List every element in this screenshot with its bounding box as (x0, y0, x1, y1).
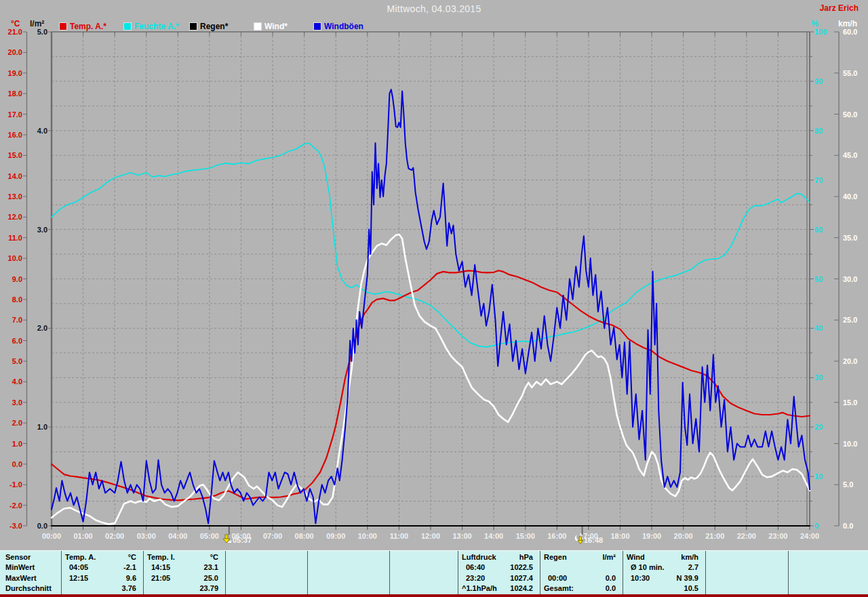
table-row-label: MinWert (5, 563, 35, 571)
svg-text:100: 100 (814, 28, 827, 36)
svg-text:23:00: 23:00 (768, 532, 787, 540)
svg-text:14.0: 14.0 (8, 172, 22, 180)
svg-text:90: 90 (814, 77, 823, 85)
max-value: 0.0 (606, 574, 616, 582)
plot-frame (27, 32, 840, 530)
avg-label: Gesamt: (544, 584, 574, 592)
svg-text:13:00: 13:00 (453, 532, 472, 540)
col-name: Luftdruck (462, 553, 496, 561)
col-name: Regen (544, 553, 567, 561)
svg-text:40.0: 40.0 (843, 192, 857, 201)
min-time: Ø 10 min. (631, 563, 665, 571)
svg-text:80: 80 (814, 127, 823, 135)
svg-text:12.0: 12.0 (8, 213, 22, 221)
svg-text:35.0: 35.0 (843, 234, 857, 242)
svg-text:-2.0: -2.0 (9, 501, 22, 510)
svg-text:60.0: 60.0 (843, 28, 857, 36)
svg-text:09:00: 09:00 (326, 532, 345, 540)
svg-text:11:00: 11:00 (390, 532, 409, 540)
temp-axis-labels: 21.020.019.018.017.016.015.014.013.012.0… (8, 28, 26, 530)
svg-text:50.0: 50.0 (843, 110, 857, 119)
svg-text:21.0: 21.0 (8, 28, 22, 36)
svg-text:18.0: 18.0 (8, 89, 22, 98)
svg-text:5.0: 5.0 (843, 480, 853, 489)
svg-text:50: 50 (814, 275, 823, 283)
svg-text:20.0: 20.0 (843, 357, 857, 365)
max-time: 00:00 (548, 574, 567, 582)
svg-text:7.0: 7.0 (12, 316, 22, 324)
svg-text:10.0: 10.0 (843, 440, 857, 448)
min-value: -2.1 (123, 563, 136, 571)
svg-text:14:00: 14:00 (484, 532, 503, 540)
svg-text:40: 40 (814, 324, 823, 332)
svg-text:10: 10 (814, 472, 823, 480)
wind-axis-labels: 60.055.050.045.040.035.030.025.020.015.0… (834, 28, 857, 530)
svg-text:03:00: 03:00 (137, 532, 156, 540)
avg-value: 3.76 (122, 584, 136, 592)
svg-text:3.0: 3.0 (12, 398, 22, 407)
svg-text:22:00: 22:00 (737, 532, 756, 540)
svg-text:00:00: 00:00 (42, 532, 61, 540)
humidity-axis-labels: 1009080706050403020100 (810, 28, 827, 530)
avg-value: 10.5 (684, 584, 698, 592)
svg-text:20:00: 20:00 (674, 532, 693, 540)
table-col-wind: Wind km/h Ø 10 min. 2.7 10:30 N 39.9 10.… (623, 551, 705, 595)
svg-text:21:00: 21:00 (705, 532, 724, 540)
bottom-accent-bar (0, 594, 868, 597)
table-separator (389, 551, 390, 595)
svg-text:24:00: 24:00 (800, 532, 819, 540)
col-unit: km/h (681, 553, 698, 561)
table-separator (788, 551, 789, 595)
avg-value: 23.79 (199, 584, 218, 592)
svg-text:25.0: 25.0 (843, 316, 857, 324)
max-time: 23:20 (466, 574, 485, 582)
table-row-label: Durchschnitt (5, 584, 52, 592)
svg-text:8.0: 8.0 (12, 295, 22, 304)
svg-text:10.0: 10.0 (8, 254, 22, 262)
rain-axis-labels: 5.04.03.02.01.00.0 (37, 28, 52, 530)
table-col-temp-a: Temp. A. °C 04:05 -2.1 12:15 9.6 3.76 (61, 551, 143, 595)
svg-text:30.0: 30.0 (843, 275, 857, 283)
svg-text:1.0: 1.0 (37, 423, 47, 431)
table-row-label: Sensor (5, 553, 31, 561)
svg-text:16.0: 16.0 (8, 131, 22, 139)
svg-text:15.0: 15.0 (843, 398, 857, 407)
table-separator (705, 551, 706, 595)
sunrise-icon (222, 534, 231, 544)
min-time: 14:15 (151, 563, 170, 571)
svg-text:11.0: 11.0 (8, 234, 22, 242)
table-separator (225, 551, 226, 595)
sunrise-time: 05:37 (233, 536, 252, 544)
svg-text:15.0: 15.0 (8, 151, 22, 159)
min-value: 2.7 (688, 563, 698, 571)
max-time: 12:15 (69, 574, 88, 582)
svg-text:-1.0: -1.0 (9, 480, 22, 489)
x-axis-labels: 00:0001:0002:0003:0004:0005:0006:0007:00… (42, 532, 819, 540)
min-value: 1022.5 (510, 563, 533, 571)
sunset-time: 16:48 (584, 536, 603, 544)
max-time: 10:30 (631, 574, 650, 582)
col-name: Wind (627, 553, 645, 561)
col-unit: °C (210, 553, 218, 561)
svg-text:19:00: 19:00 (642, 532, 661, 540)
table-separator (143, 551, 144, 595)
svg-text:2.0: 2.0 (12, 419, 22, 427)
svg-text:05:00: 05:00 (200, 532, 219, 540)
sunset-icon (574, 534, 583, 544)
svg-text:20: 20 (814, 423, 823, 431)
svg-text:4.0: 4.0 (37, 127, 47, 135)
table-separator (540, 551, 540, 595)
col-unit: °C (128, 553, 136, 561)
svg-text:02:00: 02:00 (105, 532, 124, 540)
svg-text:55.0: 55.0 (843, 69, 857, 77)
min-value: 23.1 (204, 563, 218, 571)
svg-text:19.0: 19.0 (8, 69, 22, 77)
col-unit: hPa (519, 553, 533, 561)
svg-text:1.0: 1.0 (12, 440, 22, 448)
table-row-label: MaxWert (5, 574, 37, 582)
svg-text:0.0: 0.0 (843, 522, 853, 530)
svg-text:20.0: 20.0 (8, 48, 22, 56)
min-time: 06:40 (466, 563, 485, 571)
svg-text:6.0: 6.0 (12, 337, 22, 345)
col-name: Temp. I. (147, 553, 175, 561)
